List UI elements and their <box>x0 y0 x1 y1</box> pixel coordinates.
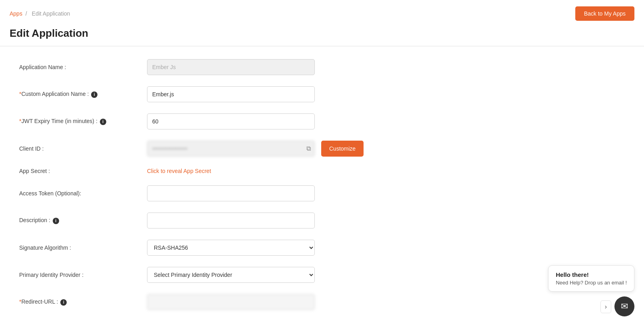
input-description[interactable] <box>147 213 315 229</box>
label-jwt-expiry: *JWT Expiry Time (in minutes) : i <box>19 118 147 125</box>
customize-button[interactable]: Customize <box>321 141 364 157</box>
input-access-token[interactable] <box>147 185 315 201</box>
label-signature-algorithm: Signature Algorithm : <box>19 245 147 251</box>
select-signature-algorithm[interactable]: RSA-SHA256 HS256 RS256 <box>147 240 315 256</box>
label-primary-idp: Primary Identity Provider : <box>19 272 147 278</box>
required-marker-redirect: * <box>19 298 21 305</box>
input-app-name[interactable] <box>147 59 315 75</box>
input-custom-app-name[interactable] <box>147 86 315 102</box>
chat-bubble-text: Need Help? Drop us an email ! <box>556 280 627 286</box>
breadcrumb-separator: / <box>26 10 27 17</box>
label-custom-app-name: *Custom Application Name : i <box>19 91 147 98</box>
back-to-my-apps-button[interactable]: Back to My Apps <box>575 6 634 21</box>
form-row-description: Description : i <box>19 213 380 229</box>
form-row-jwt-expiry: *JWT Expiry Time (in minutes) : i <box>19 113 380 129</box>
form-row-signature-algorithm: Signature Algorithm : RSA-SHA256 HS256 R… <box>19 240 380 256</box>
chat-widget: Hello there! Need Help? Drop us an email… <box>548 265 634 316</box>
info-icon-redirect-url[interactable]: i <box>60 299 67 306</box>
client-id-wrapper: ⧉ <box>147 141 315 157</box>
breadcrumb-apps-link[interactable]: Apps <box>10 10 22 17</box>
breadcrumb: Apps / Edit Application <box>10 10 72 17</box>
required-marker-jwt: * <box>19 118 21 124</box>
page-title: Edit Application <box>0 27 644 46</box>
label-description: Description : i <box>19 217 147 224</box>
form-row-redirect-url: *Redirect-URL : i <box>19 294 380 310</box>
required-marker: * <box>19 91 21 97</box>
form-row-custom-app-name: *Custom Application Name : i <box>19 86 380 102</box>
info-icon-custom-app-name[interactable]: i <box>91 91 97 98</box>
label-app-secret: App Secret : <box>19 168 147 174</box>
chat-email-button[interactable]: ✉ <box>614 296 634 316</box>
chat-expand-icon[interactable]: › <box>600 300 611 313</box>
email-icon: ✉ <box>621 301 628 312</box>
label-client-id: Client ID : <box>19 145 147 152</box>
label-access-token: Access Token (Optional): <box>19 190 147 197</box>
copy-icon[interactable]: ⧉ <box>306 145 311 152</box>
form-row-app-name: Application Name : <box>19 59 380 75</box>
reveal-app-secret-link[interactable]: Click to reveal App Secret <box>147 168 211 174</box>
chat-bubble-title: Hello there! <box>556 271 627 278</box>
form-row-primary-idp: Primary Identity Provider : Select Prima… <box>19 267 380 283</box>
input-client-id[interactable] <box>147 141 315 157</box>
label-redirect-url: *Redirect-URL : i <box>19 298 147 306</box>
top-bar: Apps / Edit Application Back to My Apps <box>0 0 644 27</box>
chat-bubble: Hello there! Need Help? Drop us an email… <box>548 265 634 292</box>
redirect-url-blurred <box>147 294 315 310</box>
info-icon-description[interactable]: i <box>53 218 59 224</box>
info-icon-jwt-expiry[interactable]: i <box>100 119 106 125</box>
input-jwt-expiry[interactable] <box>147 113 315 129</box>
label-app-name: Application Name : <box>19 64 147 70</box>
edit-application-form: Application Name : *Custom Application N… <box>0 46 400 326</box>
form-row-access-token: Access Token (Optional): <box>19 185 380 201</box>
select-primary-idp[interactable]: Select Primary Identity Provider <box>147 267 315 283</box>
form-row-app-secret: App Secret : Click to reveal App Secret <box>19 168 380 174</box>
form-row-client-id: Client ID : ⧉ Customize <box>19 141 380 157</box>
breadcrumb-current: Edit Application <box>32 10 70 17</box>
